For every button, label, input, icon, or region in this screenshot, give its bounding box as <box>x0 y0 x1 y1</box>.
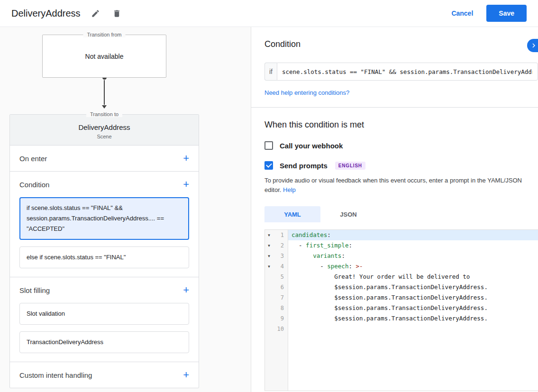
slot-item[interactable]: Slot validation <box>19 303 189 325</box>
code-line[interactable]: - first_simple: <box>288 240 538 251</box>
pencil-icon <box>91 9 100 18</box>
fold-arrow-icon[interactable]: ▾ <box>265 261 273 272</box>
webhook-row: Call your webhook <box>264 141 538 150</box>
code-token: $session.params.TransactionDeliveryAddre… <box>292 315 488 322</box>
transition-connector <box>42 75 166 109</box>
code-token: speech <box>327 263 348 270</box>
editor-line[interactable]: 9 $session.params.TransactionDeliveryAdd… <box>265 313 538 324</box>
fold-arrow-icon <box>265 292 273 303</box>
condition-item[interactable]: else if scene.slots.status == "FINAL" <box>19 246 189 268</box>
editor-line[interactable]: 8 $session.params.TransactionDeliveryAdd… <box>265 303 538 313</box>
delete-scene-button[interactable] <box>110 7 123 20</box>
fold-arrow-icon[interactable]: ▾ <box>265 240 273 251</box>
webhook-label[interactable]: Call your webhook <box>280 142 343 150</box>
when-condition-heading: When this condition is met <box>264 120 538 130</box>
code-line[interactable]: $session.params.TransactionDeliveryAddre… <box>288 282 538 292</box>
editor-line[interactable]: 6 $session.params.TransactionDeliveryAdd… <box>265 282 538 292</box>
editor-line[interactable]: ▾3 variants: <box>265 251 538 261</box>
editor-line[interactable]: 10 <box>265 324 538 334</box>
line-number: 7 <box>273 292 288 303</box>
yaml-editor[interactable]: ▾1candidates:▾2 - first_simple:▾3 varian… <box>264 229 538 391</box>
add-custom-intent-button[interactable]: + <box>183 370 189 380</box>
line-number: 5 <box>273 272 288 282</box>
slot-items: Slot validationTransactionDeliveryAddres… <box>10 303 199 362</box>
line-number: 9 <box>273 313 288 324</box>
add-on-enter-button[interactable]: + <box>183 154 189 163</box>
fold-arrow-icon <box>265 313 273 324</box>
code-token: - <box>292 242 306 249</box>
slot-filling-title: Slot filling <box>19 286 50 294</box>
main-content: Transition from Not available Transition… <box>0 27 538 392</box>
code-line[interactable]: - speech: >- <box>288 261 538 272</box>
custom-intent-title: Custom intent handling <box>19 371 92 379</box>
transition-to-label: Transition to <box>86 111 122 117</box>
code-token: : <box>348 263 356 270</box>
fold-arrow-icon <box>265 282 273 292</box>
fold-arrow-icon <box>265 303 273 313</box>
editor-line[interactable]: 5 Great! Your order will be delivered to <box>265 272 538 282</box>
condition-help-link[interactable]: Need help entering conditions? <box>264 89 349 96</box>
save-button[interactable]: Save <box>486 5 527 22</box>
if-label: if <box>264 63 277 81</box>
app-header: DeliveryAddress Cancel Save <box>0 0 538 27</box>
code-token: $session.params.TransactionDeliveryAddre… <box>292 304 488 311</box>
cancel-button[interactable]: Cancel <box>451 9 473 17</box>
edit-title-button[interactable] <box>89 7 102 20</box>
add-slot-button[interactable]: + <box>183 285 189 295</box>
code-token: candidates <box>292 231 327 238</box>
prompt-description-text: To provide audio or visual feedback when… <box>264 177 522 193</box>
line-number: 2 <box>273 240 288 251</box>
line-number: 6 <box>273 282 288 292</box>
editor-line[interactable]: ▾4 - speech: >- <box>265 261 538 272</box>
trash-icon <box>112 9 121 18</box>
editor-line[interactable]: ▾1candidates: <box>265 230 538 240</box>
line-number: 8 <box>273 303 288 313</box>
connector-arrowhead-icon <box>102 105 107 109</box>
divider <box>251 107 538 108</box>
add-condition-button[interactable]: + <box>183 180 189 189</box>
scene-title: DeliveryAddress <box>10 123 199 131</box>
code-line[interactable]: $session.params.TransactionDeliveryAddre… <box>288 303 538 313</box>
condition-expression-input[interactable] <box>277 63 538 81</box>
editor-tabs: YAML JSON <box>264 206 538 222</box>
chevron-right-icon <box>529 41 538 50</box>
fold-arrow-icon <box>265 324 273 334</box>
editor-line[interactable]: ▾2 - first_simple: <box>265 240 538 251</box>
code-token: first_simple <box>306 242 348 249</box>
transition-from-label: Transition from <box>83 32 126 37</box>
code-line[interactable]: $session.params.TransactionDeliveryAddre… <box>288 292 538 303</box>
webhook-checkbox[interactable] <box>264 141 273 150</box>
fold-arrow-icon[interactable]: ▾ <box>265 251 273 261</box>
code-token: $session.params.TransactionDeliveryAddre… <box>292 283 488 291</box>
code-line[interactable]: candidates: <box>288 230 538 240</box>
line-number: 1 <box>273 230 288 240</box>
fold-arrow-icon[interactable]: ▾ <box>265 230 273 240</box>
code-line[interactable]: Great! Your order will be delivered to <box>288 272 538 282</box>
code-line[interactable]: variants: <box>288 251 538 261</box>
help-link[interactable]: Help <box>283 186 296 193</box>
condition-item[interactable]: if scene.slots.status == "FINAL" && sess… <box>19 197 189 240</box>
slot-item[interactable]: TransactionDeliveryAddress <box>19 331 189 353</box>
condition-section-title: Condition <box>19 181 49 189</box>
code-token: >- <box>356 263 363 270</box>
line-number: 10 <box>273 324 288 334</box>
code-token: - <box>292 263 327 270</box>
condition-heading: Condition <box>264 39 538 49</box>
collapse-panel-button[interactable] <box>527 39 538 52</box>
send-prompts-label[interactable]: Send prompts <box>280 162 328 170</box>
code-line[interactable]: $session.params.TransactionDeliveryAddre… <box>288 313 538 324</box>
condition-input-row: if <box>264 63 538 81</box>
language-badge: ENGLISH <box>335 162 365 170</box>
prompt-description: To provide audio or visual feedback when… <box>264 176 537 195</box>
code-token: Great! Your order will be delivered to <box>292 273 470 280</box>
tab-yaml[interactable]: YAML <box>264 206 320 222</box>
tab-json[interactable]: JSON <box>320 206 376 222</box>
editor-lines: ▾1candidates:▾2 - first_simple:▾3 varian… <box>265 230 538 334</box>
scene-card: Transition to DeliveryAddress Scene On e… <box>9 114 199 388</box>
scene-card-header[interactable]: DeliveryAddress Scene <box>10 115 199 146</box>
transition-from-value: Not available <box>85 53 124 60</box>
editor-line[interactable]: 7 $session.params.TransactionDeliveryAdd… <box>265 292 538 303</box>
send-prompts-checkbox[interactable] <box>264 161 273 170</box>
code-line[interactable] <box>288 324 538 334</box>
code-token: : <box>341 252 345 259</box>
